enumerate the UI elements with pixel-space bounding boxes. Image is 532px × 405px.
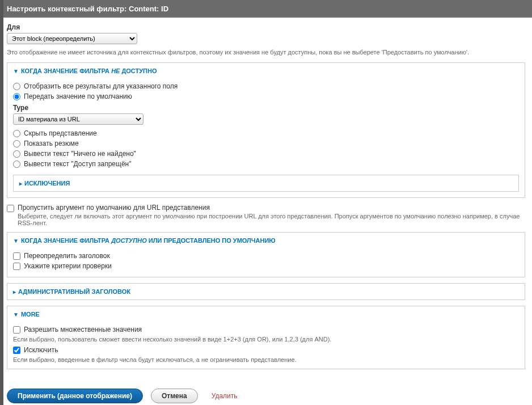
dialog-title-text: Настроить контекстный фильтр: Content: I… bbox=[7, 5, 168, 13]
section-more-title: MORE bbox=[21, 311, 40, 318]
radio-hide[interactable]: Скрыть представление bbox=[13, 128, 519, 138]
section-more: ▼ MORE Разрешить множественные значения … bbox=[7, 306, 525, 369]
radio-show-all-input[interactable] bbox=[13, 83, 20, 90]
section-more-header[interactable]: ▼ MORE bbox=[7, 306, 525, 322]
radio-hide-label: Скрыть представление bbox=[24, 129, 97, 137]
skip-argument-row: Пропустить аргумент по умолчанию для URL… bbox=[7, 204, 525, 226]
section-admin: ▸ АДМИНИСТРАТИВНЫЙ ЗАГОЛОВОК bbox=[7, 283, 525, 300]
section-admin-header[interactable]: ▸ АДМИНИСТРАТИВНЫЙ ЗАГОЛОВОК bbox=[7, 284, 525, 299]
radio-hide-input[interactable] bbox=[13, 130, 20, 137]
for-label: Для bbox=[7, 23, 525, 31]
dialog-title: Настроить контекстный фильтр: Content: I… bbox=[0, 0, 532, 18]
section-admin-title: АДМИНИСТРАТИВНЫЙ ЗАГОЛОВОК bbox=[18, 288, 130, 295]
radio-default-label: Передать значение по умолчанию bbox=[24, 92, 132, 100]
exceptions-header[interactable]: ▸ ИСКЛЮЧЕНИЯ bbox=[14, 175, 518, 191]
section-available-title: КОГДА ЗНАЧЕНИЕ ФИЛЬТРА ДОСТУПНО ИЛИ ПРЕД… bbox=[21, 237, 276, 244]
section-not-available-header[interactable]: ▼ КОГДА ЗНАЧЕНИЕ ФИЛЬТРА НЕ ДОСТУПНО bbox=[7, 63, 525, 79]
section-available-header[interactable]: ▼ КОГДА ЗНАЧЕНИЕ ФИЛЬТРА ДОСТУПНО ИЛИ ПР… bbox=[7, 233, 525, 248]
radio-forbidden-input[interactable] bbox=[13, 161, 20, 168]
dialog-body: Для Этот block (переопределить) Это отоб… bbox=[0, 18, 532, 381]
validation-label: Укажите критерии проверки bbox=[24, 262, 112, 270]
apply-button[interactable]: Применить (данное отображение) bbox=[7, 389, 143, 403]
radio-default[interactable]: Передать значение по умолчанию bbox=[13, 91, 519, 102]
chevron-down-icon: ▼ bbox=[13, 311, 19, 318]
exclude-row[interactable]: Исключить bbox=[13, 345, 519, 355]
chevron-down-icon: ▼ bbox=[13, 68, 19, 74]
radio-forbidden-label: Вывести текст "Доступ запрещён" bbox=[24, 160, 131, 168]
delete-link[interactable]: Удалить bbox=[212, 392, 238, 400]
type-select[interactable]: ID материала из URL bbox=[13, 113, 143, 125]
override-title-checkbox[interactable] bbox=[13, 252, 20, 260]
chevron-right-icon: ▸ bbox=[19, 180, 22, 187]
skip-argument-content: Пропустить аргумент по умолчанию для URL… bbox=[18, 204, 525, 226]
exclude-help: Если выбрано, введенные в фильтр числа б… bbox=[13, 356, 519, 363]
dialog-actions: Применить (данное отображение) Отмена Уд… bbox=[0, 381, 532, 405]
radio-not-found-input[interactable] bbox=[13, 150, 20, 158]
chevron-right-icon: ▸ bbox=[13, 289, 16, 295]
radio-summary-label: Показать резюме bbox=[24, 140, 79, 147]
section-not-available-body: Отобразить все результаты для указанного… bbox=[7, 79, 525, 197]
radio-not-found[interactable]: Вывести текст "Ничего не найдено" bbox=[13, 149, 519, 159]
radio-summary[interactable]: Показать резюме bbox=[13, 138, 519, 149]
skip-argument-help: Выберите, следует ли включать этот аргум… bbox=[18, 213, 525, 226]
section-not-available: ▼ КОГДА ЗНАЧЕНИЕ ФИЛЬТРА НЕ ДОСТУПНО Ото… bbox=[7, 62, 525, 198]
validation-row[interactable]: Укажите критерии проверки bbox=[13, 261, 519, 271]
exclude-checkbox[interactable] bbox=[13, 347, 20, 354]
radio-show-all[interactable]: Отобразить все результаты для указанного… bbox=[13, 81, 519, 91]
info-text: Это отображение не имеет источника для к… bbox=[7, 49, 525, 56]
multiple-row[interactable]: Разрешить множественные значения bbox=[13, 324, 519, 335]
radio-forbidden[interactable]: Вывести текст "Доступ запрещён" bbox=[13, 159, 519, 169]
type-label: Type bbox=[13, 104, 519, 112]
section-not-available-title: КОГДА ЗНАЧЕНИЕ ФИЛЬТРА НЕ ДОСТУПНО bbox=[21, 68, 157, 74]
type-field: Type ID материала из URL bbox=[13, 104, 519, 125]
multiple-help: Если выбрано, пользователь сможет ввести… bbox=[13, 336, 519, 343]
for-select[interactable]: Этот block (переопределить) bbox=[7, 33, 137, 44]
section-available-body: Переопределить заголовок Укажите критери… bbox=[7, 248, 525, 277]
skip-argument-label: Пропустить аргумент по умолчанию для URL… bbox=[18, 204, 210, 212]
radio-default-input[interactable] bbox=[13, 93, 20, 100]
exceptions-fieldset: ▸ ИСКЛЮЧЕНИЯ bbox=[13, 175, 519, 192]
section-available: ▼ КОГДА ЗНАЧЕНИЕ ФИЛЬТРА ДОСТУПНО ИЛИ ПР… bbox=[7, 232, 525, 277]
override-title-label: Переопределить заголовок bbox=[24, 252, 110, 260]
skip-argument-checkbox[interactable] bbox=[7, 205, 14, 212]
radio-summary-input[interactable] bbox=[13, 140, 20, 147]
exceptions-title: ИСКЛЮЧЕНИЯ bbox=[24, 180, 70, 187]
exclude-label: Исключить bbox=[24, 346, 58, 354]
override-title-row[interactable]: Переопределить заголовок bbox=[13, 251, 519, 261]
multiple-checkbox[interactable] bbox=[13, 326, 20, 334]
validation-checkbox[interactable] bbox=[13, 263, 20, 270]
radio-not-found-label: Вывести текст "Ничего не найдено" bbox=[24, 150, 136, 158]
radio-show-all-label: Отобразить все результаты для указанного… bbox=[24, 82, 178, 90]
section-more-body: Разрешить множественные значения Если вы… bbox=[7, 322, 525, 369]
chevron-down-icon: ▼ bbox=[13, 238, 19, 244]
cancel-button[interactable]: Отмена bbox=[151, 389, 198, 403]
for-field: Для Этот block (переопределить) bbox=[7, 23, 525, 44]
multiple-label: Разрешить множественные значения bbox=[24, 326, 142, 334]
